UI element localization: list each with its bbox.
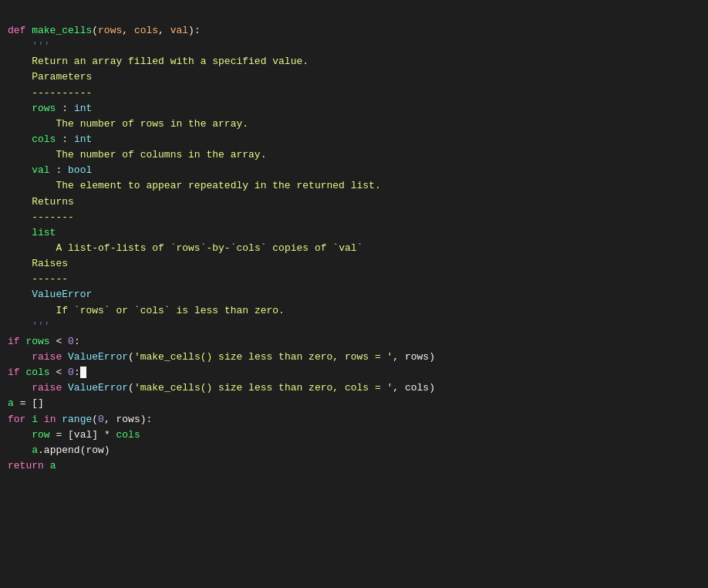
line-25: raise ValueError('make_cells() size less…: [8, 350, 700, 365]
line-27: raise ValueError('make_cells() size less…: [8, 380, 700, 396]
line-30: row = [val] * cols: [8, 427, 700, 443]
line-10: The number of columns in the array.: [8, 147, 700, 163]
line-6: ----------: [8, 86, 700, 101]
line-16: list: [8, 225, 700, 241]
line-31: a.append(row): [8, 443, 700, 458]
line-19: Raises: [8, 256, 700, 272]
line-28: a = []: [8, 396, 700, 411]
line-21: ValueError: [8, 287, 700, 302]
line-23: ''': [8, 319, 700, 334]
line-5: Parameters: [8, 69, 700, 85]
line-32: return a: [8, 458, 700, 474]
line-24: if rows < 0:: [8, 334, 700, 350]
line-26: if cols < 0:: [8, 365, 700, 380]
line-14: Returns: [8, 194, 700, 210]
line-9: cols : int: [8, 132, 700, 147]
line-7: rows : int: [8, 101, 700, 117]
code-editor: def make_cells(rows, cols, val): ''' Ret…: [8, 15, 700, 482]
line-2: ''': [8, 39, 700, 54]
line-15: -------: [8, 210, 700, 225]
line-29: for i in range(0, rows):: [8, 412, 700, 427]
line-3: Return an array filled with a specified …: [8, 54, 700, 69]
line-17: A list-of-lists of `rows`-by-`cols` copi…: [8, 241, 700, 256]
line-8: The number of rows in the array.: [8, 117, 700, 132]
line-11: val : bool: [8, 163, 700, 178]
line-1: def make_cells(rows, cols, val):: [8, 23, 700, 39]
line-12: The element to appear repeatedly in the …: [8, 178, 700, 194]
line-22: If `rows` or `cols` is less than zero.: [8, 303, 700, 319]
line-20: ------: [8, 272, 700, 287]
